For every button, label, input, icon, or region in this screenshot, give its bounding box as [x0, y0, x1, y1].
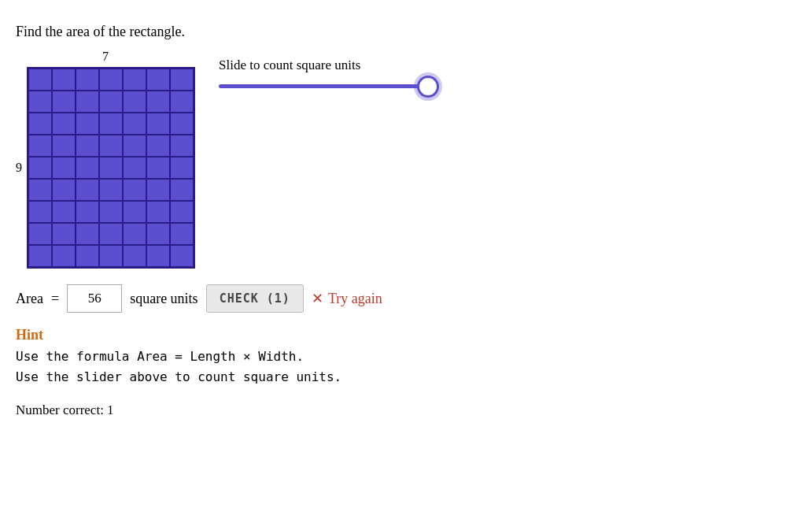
- equals-sign: =: [51, 291, 59, 307]
- grid-cell: [76, 245, 99, 267]
- question-text: Find the area of the rectangle.: [16, 24, 796, 40]
- grid-cell: [99, 157, 123, 179]
- grid-cell: [52, 69, 76, 91]
- grid-cell: [146, 157, 170, 179]
- area-label: Area: [16, 291, 43, 307]
- hint-line-1: Use the formula Area = Length × Width.: [16, 347, 796, 367]
- grid-cell: [52, 179, 76, 201]
- rectangle-grid: [27, 67, 195, 269]
- grid-cell: [28, 245, 52, 267]
- dim-row: 9: [16, 67, 195, 269]
- grid-cell: [123, 179, 146, 201]
- grid-cell: [28, 113, 52, 135]
- try-again-label: Try again: [328, 291, 382, 307]
- grid-cell: [76, 135, 99, 157]
- x-icon: ✕: [312, 290, 323, 307]
- grid-cell: [52, 135, 76, 157]
- grid-cell: [146, 179, 170, 201]
- grid-cell: [170, 201, 194, 223]
- grid-cell: [146, 113, 170, 135]
- column-dimension-label: 7: [102, 50, 109, 64]
- grid-cell: [99, 201, 123, 223]
- grid-cell: [146, 135, 170, 157]
- grid-cell: [52, 91, 76, 113]
- grid-cell: [52, 223, 76, 245]
- grid-cell: [99, 245, 123, 267]
- grid-cell: [76, 91, 99, 113]
- area-input[interactable]: [67, 284, 122, 313]
- grid-cell: [76, 69, 99, 91]
- count-slider[interactable]: [219, 84, 439, 88]
- grid-cell: [52, 201, 76, 223]
- grid-cell: [170, 69, 194, 91]
- try-again[interactable]: ✕ Try again: [312, 290, 382, 307]
- grid-cell: [28, 91, 52, 113]
- grid-cell: [170, 157, 194, 179]
- check-button[interactable]: CHECK (1): [206, 284, 304, 313]
- grid-cell: [123, 157, 146, 179]
- grid-cell: [52, 113, 76, 135]
- grid-cell: [52, 157, 76, 179]
- slider-section: Slide to count square units: [219, 57, 439, 88]
- grid-cell: [123, 91, 146, 113]
- grid-cell: [28, 179, 52, 201]
- hint-body: Use the formula Area = Length × Width. U…: [16, 347, 796, 387]
- grid-cell: [99, 223, 123, 245]
- grid-cell: [99, 113, 123, 135]
- hint-line-2: Use the slider above to count square uni…: [16, 367, 796, 387]
- grid-cell: [123, 135, 146, 157]
- grid-cell: [28, 223, 52, 245]
- grid-cell: [170, 113, 194, 135]
- grid-cell: [28, 157, 52, 179]
- grid-cell: [146, 91, 170, 113]
- grid-cell: [170, 91, 194, 113]
- grid-cell: [146, 223, 170, 245]
- grid-cell: [99, 135, 123, 157]
- answer-row: Area = square units CHECK (1) ✕ Try agai…: [16, 284, 796, 313]
- grid-cell: [123, 245, 146, 267]
- grid-wrapper: 7 9: [16, 50, 195, 269]
- grid-cell: [76, 201, 99, 223]
- square-units-label: square units: [130, 291, 197, 307]
- grid-cell: [146, 69, 170, 91]
- grid-cell: [28, 201, 52, 223]
- number-correct: Number correct: 1: [16, 402, 796, 418]
- grid-cell: [76, 179, 99, 201]
- grid-cell: [170, 179, 194, 201]
- grid-cell: [123, 113, 146, 135]
- grid-cell: [123, 223, 146, 245]
- grid-cell: [146, 201, 170, 223]
- grid-cell: [52, 245, 76, 267]
- grid-cell: [76, 157, 99, 179]
- grid-cell: [28, 135, 52, 157]
- grid-cell: [99, 179, 123, 201]
- diagram-area: 7 9 Slide to count square units: [16, 50, 796, 269]
- grid-cell: [99, 91, 123, 113]
- row-dimension-label: 9: [16, 161, 22, 175]
- slider-label: Slide to count square units: [219, 57, 439, 73]
- grid-cell: [170, 223, 194, 245]
- grid-cell: [76, 223, 99, 245]
- grid-cell: [99, 69, 123, 91]
- grid-cell: [123, 201, 146, 223]
- grid-cell: [123, 69, 146, 91]
- grid-cell: [170, 135, 194, 157]
- grid-cell: [146, 245, 170, 267]
- hint-section: Hint Use the formula Area = Length × Wid…: [16, 327, 796, 387]
- grid-cell: [28, 69, 52, 91]
- grid-cell: [170, 245, 194, 267]
- grid-cell: [76, 113, 99, 135]
- hint-title: Hint: [16, 327, 796, 343]
